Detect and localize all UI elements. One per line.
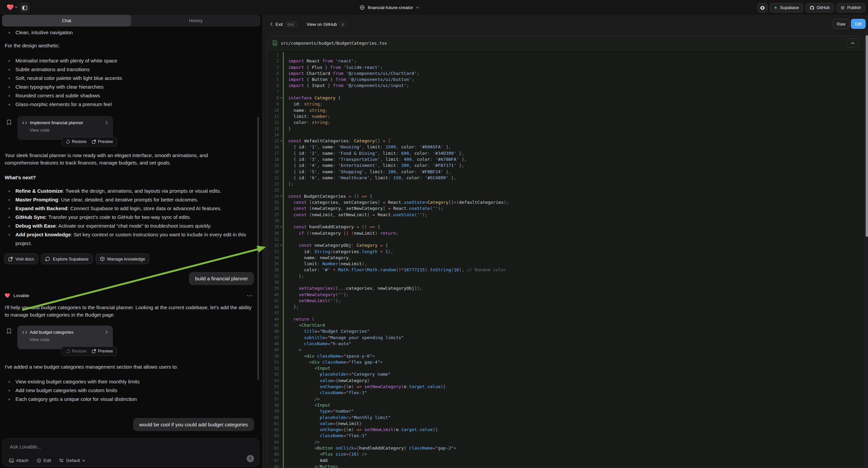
line-number: 62 — [268, 427, 283, 433]
code-line-text: onChange={(e) => setNewCategory(e.target… — [283, 384, 446, 390]
code-line: 58 <Input — [268, 402, 864, 408]
line-number: 39 — [268, 285, 283, 291]
raw-toggle-button[interactable]: Raw — [833, 19, 849, 29]
attach-button[interactable]: Attach — [9, 458, 29, 463]
scrollbar-thumb[interactable] — [866, 35, 868, 237]
line-number: 30 — [268, 230, 283, 236]
tab-history[interactable]: History — [131, 15, 260, 27]
manage-knowledge-button[interactable]: Manage knowledge — [96, 254, 150, 264]
logo-chevron-down-icon[interactable] — [15, 6, 18, 8]
explore-supabase-button[interactable]: Explore Supabase — [41, 254, 93, 264]
attach-image-icon — [9, 458, 14, 463]
code-line: 10 name: string; — [268, 108, 864, 114]
diff-toggle-button[interactable]: Diff — [851, 19, 866, 29]
restore-button[interactable]: Restore — [66, 139, 87, 144]
chat-input[interactable] — [9, 443, 212, 450]
code-line: 44 return ( — [268, 316, 864, 322]
view-code-link[interactable]: View code — [30, 337, 108, 342]
code-line: 23 — [268, 187, 864, 194]
code-line: 35 limit: Number(newLimit), — [268, 261, 864, 267]
bookmark-icon[interactable] — [7, 119, 11, 125]
code-line-text — [283, 310, 291, 316]
code-line-text: className="h-auto" — [283, 341, 351, 347]
bookmark-icon[interactable] — [7, 328, 11, 334]
fold-chevron-icon[interactable] — [280, 140, 282, 142]
supabase-label: Supabase — [780, 5, 799, 10]
fold-chevron-icon[interactable] — [280, 195, 282, 197]
restore-button[interactable]: Restore — [66, 349, 87, 353]
code-line-text: limit: number; — [283, 114, 330, 119]
code-line: 68 </Button> — [268, 464, 864, 468]
code-line: 19 { id: '4', name: 'Entertainment', lim… — [268, 163, 864, 169]
window-scrollbar[interactable] — [866, 15, 868, 468]
code-line: 17 { id: '2', name: 'Food & Dining', lim… — [268, 150, 864, 156]
code-line-text: className="flex-1" — [283, 433, 367, 439]
code-line-text: { id: '5', name: 'Shopping', limit: 200,… — [283, 169, 451, 175]
chat-scrollbar[interactable] — [257, 117, 259, 380]
tab-chat[interactable]: Chat — [2, 15, 131, 27]
code-line: 18 { id: '3', name: 'Transportation', li… — [268, 156, 864, 163]
code-line: 12 color: string; — [268, 119, 864, 125]
view-on-github-button[interactable]: View on GitHub G — [307, 19, 346, 29]
code-line-text: }; — [283, 304, 299, 310]
code-line: 14 — [268, 132, 864, 138]
line-number: 60 — [268, 415, 283, 421]
code-line: 1 — [268, 52, 864, 58]
code-line-text: const newCategoryObj: Category = { — [283, 242, 388, 248]
code-line-text: <ChartCard — [283, 322, 325, 328]
visit-docs-button[interactable]: Visit docs — [4, 254, 38, 264]
settings-button[interactable] — [757, 3, 768, 12]
code-line-text: setNewLimit(''); — [283, 298, 341, 304]
view-code-link[interactable]: View code — [30, 127, 108, 133]
github-octocat-icon — [810, 5, 814, 10]
code-line: 6import { Input } from '@/components/ui/… — [268, 83, 864, 89]
code-line: 37 }; — [268, 273, 864, 279]
edit-button[interactable]: Edit — [37, 458, 51, 463]
preview-button[interactable]: Preview — [92, 349, 113, 353]
sidebar-tabs: Chat History — [2, 15, 260, 27]
lovable-logo-icon[interactable] — [7, 4, 14, 11]
fold-chevron-icon[interactable] — [280, 97, 282, 99]
code-line: 34 name: newCategory, — [268, 255, 864, 261]
preview-button[interactable]: Preview — [92, 139, 113, 144]
chevron-up-icon — [851, 42, 855, 44]
fold-chevron-icon[interactable] — [280, 244, 282, 246]
added-bullet-list: View existing budget categories with the… — [5, 377, 252, 404]
user-message-bubble: would be cool if you could add budget ca… — [133, 418, 254, 431]
code-line: 16 { id: '1', name: 'Housing', limit: 15… — [268, 144, 864, 150]
chat-composer: Attach Edit Default — [3, 438, 259, 467]
code-line: 22]; — [268, 181, 864, 187]
collapse-file-button[interactable] — [846, 38, 859, 48]
scrolled-bullet-list: Clean, intuitive navigation — [5, 28, 252, 37]
code-editor[interactable]: 1 2import React from 'react';3import { P… — [268, 50, 864, 468]
code-line-text: } — [283, 126, 291, 132]
file-path: src/components/budget/BudgetCategories.t… — [281, 40, 843, 46]
version-card-add-budget-categories[interactable]: Add budget categories View code Restore … — [18, 326, 113, 349]
code-toolbar: Exit ESC View on GitHub G Raw Diff — [263, 15, 868, 34]
line-number: 59 — [268, 408, 283, 414]
sidebar-toggle-button[interactable] — [20, 3, 29, 12]
line-number: 37 — [268, 273, 283, 279]
version-card-implement-financial-planner[interactable]: Implement financial planner View code Re… — [18, 116, 113, 140]
code-line-text: Add — [283, 458, 328, 464]
fold-chevron-icon[interactable] — [280, 226, 282, 228]
mode-select[interactable]: Default — [59, 458, 85, 463]
exit-button[interactable]: Exit ESC — [270, 19, 297, 29]
code-line: 47 subtitle="Manage your spending limits… — [268, 335, 864, 341]
file-header[interactable]: src/components/budget/BudgetCategories.t… — [268, 36, 864, 50]
restore-preview-pill: Restore Preview — [61, 347, 117, 356]
line-number: 51 — [268, 359, 283, 365]
code-line-text — [283, 236, 291, 242]
github-button[interactable]: GitHub — [806, 3, 834, 12]
code-line-text: interface Category { — [283, 95, 341, 101]
code-line-text: value={newCategory} — [283, 378, 370, 384]
project-title-group[interactable]: financial-future-creator — [360, 0, 419, 15]
publish-button[interactable]: Publish — [836, 3, 865, 12]
code-line-text: color: '#' + Math.floor(Math.random()*16… — [283, 267, 506, 273]
publish-globe-icon — [841, 5, 844, 10]
supabase-button[interactable]: Supabase — [770, 3, 803, 12]
more-options-icon[interactable] — [247, 295, 252, 296]
code-line-text: if (!newCategory || !newLimit) return; — [283, 230, 399, 236]
code-line-text: import { Button } from '@/components/ui/… — [283, 77, 414, 83]
send-button[interactable] — [247, 455, 254, 462]
